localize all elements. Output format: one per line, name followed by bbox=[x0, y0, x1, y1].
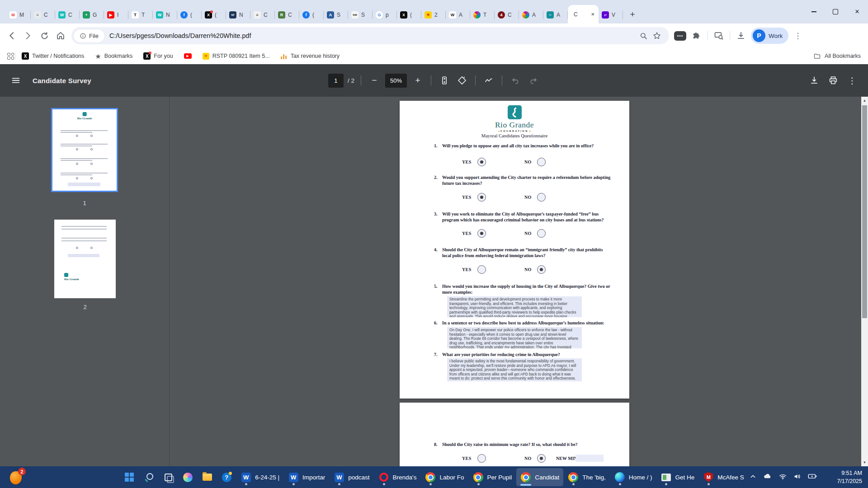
tab-close-icon[interactable]: × bbox=[590, 11, 595, 18]
tray-chevron-icon[interactable] bbox=[749, 473, 757, 482]
radio-yes[interactable] bbox=[477, 229, 486, 238]
bookmark-item-6[interactable]: Tax revenue history bbox=[281, 53, 340, 59]
pinned-extension-icon[interactable]: ••• bbox=[674, 31, 686, 41]
page-number-input[interactable]: 1 bbox=[328, 74, 344, 88]
tab-22[interactable]: A bbox=[519, 6, 543, 23]
tab-4[interactable]: +G bbox=[80, 6, 104, 23]
radio-no[interactable] bbox=[537, 229, 546, 238]
taskbar-clock[interactable]: 9:51 AM 7/17/2025 bbox=[837, 466, 862, 488]
reload-icon[interactable] bbox=[36, 28, 52, 44]
tab-7[interactable]: WN bbox=[153, 6, 177, 23]
taskbar-start[interactable] bbox=[120, 468, 139, 486]
taskbar-search[interactable] bbox=[139, 468, 158, 486]
tab-groups-icon[interactable] bbox=[7, 53, 14, 60]
bookmark-item-3[interactable]: XFor you bbox=[143, 52, 173, 60]
bookmark-item-1[interactable]: XTwitter / Notifications bbox=[22, 52, 84, 60]
tab-3[interactable]: WC bbox=[55, 6, 80, 23]
radio-yes[interactable] bbox=[477, 193, 486, 202]
tab-14[interactable]: AS bbox=[324, 6, 348, 23]
page-2-thumbnail[interactable]: Rio Grande bbox=[54, 220, 116, 298]
zoom-in-icon[interactable]: + bbox=[411, 74, 425, 87]
tab-11[interactable]: ≡C bbox=[250, 6, 275, 23]
tab-25[interactable]: y!V bbox=[599, 6, 623, 23]
pdf-menu-icon[interactable] bbox=[9, 74, 23, 87]
minimize-icon[interactable] bbox=[803, 0, 825, 23]
browser-menu-icon[interactable]: ⋮ bbox=[790, 31, 805, 41]
back-icon[interactable] bbox=[4, 28, 20, 44]
scroll-up-icon[interactable]: ▲ bbox=[861, 97, 868, 104]
tab-13[interactable]: f( bbox=[299, 6, 324, 23]
taskbar-chrome-per-pupil[interactable]: Per Pupil bbox=[469, 468, 516, 486]
tab-21[interactable]: 4C bbox=[495, 6, 519, 23]
answer-text-field[interactable]: I believe public safety is the most fund… bbox=[447, 358, 582, 381]
radio-yes[interactable] bbox=[477, 265, 486, 274]
taskbar-chrome-labor-fo[interactable]: Labor Fo bbox=[421, 468, 468, 486]
fit-page-icon[interactable] bbox=[438, 74, 451, 87]
file-scheme-chip[interactable]: File bbox=[74, 29, 104, 42]
all-bookmarks-button[interactable]: All Bookmarks bbox=[813, 52, 861, 60]
battery-icon[interactable] bbox=[807, 471, 817, 483]
tab-2[interactable]: ≡C bbox=[31, 6, 55, 23]
taskbar-chrome-candidat[interactable]: Candidat bbox=[516, 468, 563, 486]
answer-text-field[interactable]: On Day One, I will empower our police of… bbox=[447, 327, 582, 348]
zoom-level-input[interactable]: 50% bbox=[385, 74, 407, 88]
taskbar-opera-brenda-s[interactable]: Brenda's bbox=[374, 468, 421, 486]
tab-active[interactable]: C× bbox=[568, 5, 599, 23]
taskbar-chrome-the-big[interactable]: The 'big, bbox=[564, 468, 609, 486]
tab-18[interactable]: ☀2 bbox=[421, 6, 446, 23]
tab-23[interactable]: ~A bbox=[543, 6, 568, 23]
downloads-icon[interactable] bbox=[733, 28, 749, 44]
pdf-download-icon[interactable] bbox=[807, 74, 821, 87]
address-bar[interactable]: File C:/Users/pgess/Downloads/Darren%20W… bbox=[71, 27, 669, 44]
radio-yes[interactable] bbox=[477, 158, 486, 166]
bookmark-item-4[interactable]: ▶ bbox=[184, 53, 192, 59]
radio-no[interactable] bbox=[537, 193, 546, 202]
wifi-icon[interactable] bbox=[778, 472, 787, 483]
taskbar-word-6-24-25[interactable]: W6-24-25 | bbox=[236, 468, 283, 486]
tab-8[interactable]: f( bbox=[177, 6, 202, 23]
radio-yes[interactable] bbox=[477, 454, 486, 463]
profile-chip[interactable]: P Work bbox=[751, 28, 788, 44]
url-text[interactable]: C:/Users/pgess/Downloads/Darren%20White.… bbox=[109, 32, 251, 39]
taskbar-help[interactable]: ? bbox=[217, 468, 236, 486]
taskbar-taskview[interactable] bbox=[159, 468, 178, 486]
bookmark-item-5[interactable]: ☀RSTP 080921 Item 5... bbox=[203, 53, 270, 60]
scroll-down-icon[interactable]: ▼ bbox=[861, 459, 868, 466]
tab-10[interactable]: SFN bbox=[226, 6, 250, 23]
scrollbar-thumb[interactable] bbox=[862, 105, 867, 318]
mcafee-tray-icon[interactable]: 2 bbox=[9, 469, 24, 485]
taskbar-word-importar[interactable]: WImportar bbox=[284, 468, 329, 486]
pdf-more-icon[interactable]: ⋮ bbox=[845, 74, 859, 87]
tab-17[interactable]: X( bbox=[397, 6, 421, 23]
zoom-page-icon[interactable] bbox=[637, 29, 650, 42]
taskbar-word-podcast[interactable]: Wpodcast bbox=[330, 468, 373, 486]
tab-15[interactable]: NMS bbox=[348, 6, 373, 23]
tab-12[interactable]: RC bbox=[275, 6, 299, 23]
tab-16[interactable]: Gp bbox=[373, 6, 397, 23]
taskbar-mcafee-mcafee-s[interactable]: MMcAfee S bbox=[699, 468, 748, 486]
extensions-puzzle-icon[interactable] bbox=[689, 28, 705, 44]
volume-icon[interactable] bbox=[793, 472, 802, 483]
tab-20[interactable]: T bbox=[470, 6, 495, 23]
radio-no[interactable] bbox=[537, 265, 546, 274]
document-scrollbar[interactable]: ▲ ▼ bbox=[861, 97, 868, 466]
rotate-icon[interactable] bbox=[455, 74, 469, 87]
radio-no[interactable] bbox=[537, 158, 546, 166]
bookmark-item-2[interactable]: ★Bookmarks bbox=[95, 53, 132, 60]
new-tab-button[interactable]: + bbox=[626, 8, 639, 21]
tab-6[interactable]: TT bbox=[128, 6, 153, 23]
new-min-input[interactable] bbox=[576, 455, 604, 462]
taskbar-copilot[interactable] bbox=[178, 468, 197, 486]
tab-1[interactable]: MM bbox=[6, 6, 31, 23]
print-icon[interactable] bbox=[826, 74, 840, 87]
search-tabs-icon[interactable] bbox=[711, 28, 727, 44]
taskbar-gethelp-get-he[interactable]: Get He bbox=[656, 468, 698, 486]
tab-9[interactable]: X( bbox=[202, 6, 226, 23]
redo-icon[interactable] bbox=[526, 74, 540, 87]
tab-19[interactable]: WA bbox=[446, 6, 470, 23]
forward-icon[interactable] bbox=[20, 28, 36, 44]
maximize-icon[interactable] bbox=[825, 0, 846, 23]
annotate-pen-icon[interactable] bbox=[482, 74, 495, 87]
taskbar-edge-home[interactable]: Home / ) bbox=[610, 468, 656, 486]
page-1-thumbnail[interactable]: Rio Grande bbox=[52, 109, 117, 191]
